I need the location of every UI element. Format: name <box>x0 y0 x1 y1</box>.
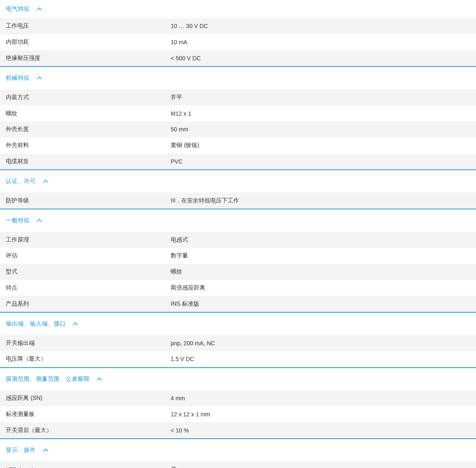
spec-label: 电压降（最大） <box>0 355 171 363</box>
section-header[interactable]: 认证、许可 <box>0 170 476 192</box>
spec-value: 两倍感应距离 <box>171 284 205 292</box>
spec-row: 工作电压 10 … 30 V DC <box>0 18 476 34</box>
section-header[interactable]: 输出端、输入端、接口 <box>0 313 476 335</box>
spec-value: INS 标准版 <box>171 300 199 308</box>
spec-row: 标准测量板 12 x 12 x 1 mm <box>0 406 476 423</box>
section-title: 一般特征 <box>6 217 30 224</box>
spec-label: 标准测量板 <box>0 411 171 418</box>
spec-label: 产品系列 <box>0 300 171 308</box>
spec-label: 评估 <box>0 252 171 259</box>
spec-value: PVC <box>171 158 183 165</box>
spec-value: pnp, 200 mA, NC <box>171 340 215 347</box>
spec-value: M12 x 1 <box>171 110 191 117</box>
section-title: 探测范围、测量范围、公差极限 <box>6 375 90 383</box>
spec-row: 绝缘耐压强度 < 500 V DC <box>0 50 476 67</box>
spec-label: 开关输出端 <box>0 340 171 347</box>
chevron-up-icon[interactable] <box>73 322 78 325</box>
section-title: 输出端、输入端、接口 <box>6 320 66 328</box>
spec-value: 10 mA <box>171 39 187 45</box>
spec-row: 电压降（最大） 1.5 V DC <box>0 351 476 367</box>
spec-section: 机械特征 内装方式 齐平 螺纹 M12 x 1 外壳长度 50 mm 外壳材料 … <box>0 67 476 170</box>
spec-row: LED Anzeige 是 <box>0 461 476 468</box>
section-header[interactable]: 机械特征 <box>0 67 476 89</box>
spec-label: 内部功耗 <box>0 38 171 46</box>
chevron-up-icon[interactable] <box>37 76 42 80</box>
spec-value: < 10 % <box>171 427 189 434</box>
spec-value: 数字量 <box>171 252 188 259</box>
spec-label: 绝缘耐压强度 <box>0 55 171 62</box>
spec-row: 特点 两倍感应距离 <box>0 280 476 296</box>
spec-label: 开关滞后（最大） <box>0 427 171 434</box>
spec-section: 输出端、输入端、接口 开关输出端 pnp, 200 mA, NC 电压降（最大）… <box>0 313 476 368</box>
section-title: 认证、许可 <box>6 178 36 185</box>
spec-row: 工作原理 电感式 <box>0 232 476 248</box>
spec-value: 螺纹 <box>171 268 182 276</box>
spec-row: 感应距离 (SN) 4 mm <box>0 390 476 406</box>
spec-value: < 500 V DC <box>171 55 201 62</box>
spec-row: 防护等级 III，在安全特低电压下工作 <box>0 192 476 209</box>
section-rows: 感应距离 (SN) 4 mm 标准测量板 12 x 12 x 1 mm 开关滞后… <box>0 390 476 438</box>
spec-section: 一般特征 工作原理 电感式 评估 数字量 型式 螺纹 特点 两倍感应距离 产品系… <box>0 209 476 313</box>
spec-section: 认证、许可 防护等级 III，在安全特低电压下工作 <box>0 170 476 209</box>
spec-label: 工作电压 <box>0 22 171 30</box>
section-rows: 防护等级 III，在安全特低电压下工作 <box>0 192 476 209</box>
spec-value: 1.5 V DC <box>171 356 194 362</box>
section-header[interactable]: 探测范围、测量范围、公差极限 <box>0 368 476 390</box>
spec-label: 螺纹 <box>0 110 171 117</box>
spec-value: 10 … 30 V DC <box>171 23 208 29</box>
spec-row: 电缆材质 PVC <box>0 154 476 170</box>
spec-table: 电气特征 工作电压 10 … 30 V DC 内部功耗 10 mA 绝缘耐压强度… <box>0 0 476 468</box>
spec-row: 内装方式 齐平 <box>0 89 476 105</box>
spec-value: 是 <box>171 466 176 468</box>
spec-label: 感应距离 (SN) <box>0 394 171 402</box>
chevron-up-icon[interactable] <box>43 449 48 452</box>
chevron-up-icon[interactable] <box>37 7 42 11</box>
spec-value: 12 x 12 x 1 mm <box>171 411 210 418</box>
spec-label: LED Anzeige <box>0 466 171 468</box>
spec-row: 内部功耗 10 mA <box>0 34 476 50</box>
spec-row: 开关滞后（最大） < 10 % <box>0 422 476 438</box>
spec-label: 外壳材料 <box>0 142 171 149</box>
section-rows: 开关输出端 pnp, 200 mA, NC 电压降（最大） 1.5 V DC <box>0 335 476 367</box>
spec-label: 特点 <box>0 284 171 292</box>
chevron-up-icon[interactable] <box>37 219 42 222</box>
spec-label: 型式 <box>0 268 171 276</box>
spec-row: 型式 螺纹 <box>0 264 476 280</box>
spec-section: 显示，操作 LED Anzeige 是 <box>0 439 476 468</box>
spec-value: 齐平 <box>171 94 182 101</box>
spec-section: 探测范围、测量范围、公差极限 感应距离 (SN) 4 mm 标准测量板 12 x… <box>0 368 476 439</box>
spec-value: 黄铜 (镀镍) <box>171 142 199 149</box>
section-header[interactable]: 一般特征 <box>0 209 476 232</box>
spec-value: 50 mm <box>171 126 188 133</box>
spec-row: 外壳长度 50 mm <box>0 121 476 138</box>
spec-label: 外壳长度 <box>0 126 171 133</box>
section-header[interactable]: 电气特征 <box>0 0 476 18</box>
section-rows: 工作原理 电感式 评估 数字量 型式 螺纹 特点 两倍感应距离 产品系列 INS… <box>0 232 476 312</box>
section-header[interactable]: 显示，操作 <box>0 439 476 461</box>
section-title: 显示，操作 <box>6 447 36 454</box>
spec-row: 外壳材料 黄铜 (镀镍) <box>0 138 476 154</box>
spec-row: 螺纹 M12 x 1 <box>0 105 476 121</box>
section-rows: 工作电压 10 … 30 V DC 内部功耗 10 mA 绝缘耐压强度 < 50… <box>0 18 476 66</box>
section-rows: LED Anzeige 是 <box>0 461 476 468</box>
spec-row: 评估 数字量 <box>0 248 476 264</box>
section-title: 电气特征 <box>6 5 30 13</box>
spec-label: 防护等级 <box>0 197 171 204</box>
chevron-up-icon[interactable] <box>43 180 48 183</box>
spec-value: 电感式 <box>171 236 188 244</box>
spec-value: 4 mm <box>171 395 185 401</box>
chevron-up-icon[interactable] <box>97 378 102 381</box>
section-title: 机械特征 <box>6 74 30 82</box>
spec-row: 开关输出端 pnp, 200 mA, NC <box>0 335 476 351</box>
spec-label: 电缆材质 <box>0 158 171 165</box>
spec-value: III，在安全特低电压下工作 <box>171 197 239 204</box>
spec-row: 产品系列 INS 标准版 <box>0 296 476 312</box>
spec-label: 工作原理 <box>0 236 171 244</box>
spec-section: 电气特征 工作电压 10 … 30 V DC 内部功耗 10 mA 绝缘耐压强度… <box>0 0 476 67</box>
section-rows: 内装方式 齐平 螺纹 M12 x 1 外壳长度 50 mm 外壳材料 黄铜 (镀… <box>0 89 476 169</box>
spec-label: 内装方式 <box>0 94 171 101</box>
